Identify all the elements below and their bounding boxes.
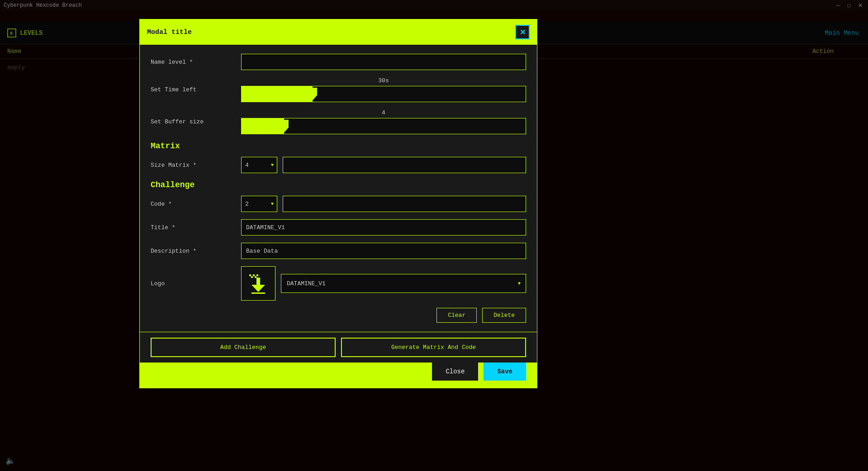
svg-rect-3 [251, 276, 253, 278]
code-select-wrap: 2 3 4 5 [241, 196, 277, 212]
svg-rect-2 [256, 274, 258, 276]
name-level-label: Name level * [151, 59, 241, 66]
size-matrix-label: Size Matrix * [151, 162, 241, 169]
matrix-input[interactable] [283, 157, 526, 173]
delete-button[interactable]: Delete [482, 308, 526, 323]
buffer-slider-wrap [241, 118, 526, 134]
title-input[interactable] [241, 219, 526, 236]
challenge-section: Challenge Code * 2 3 4 5 Title * [151, 180, 526, 323]
buffer-size-row: Set Buffer size 4 [151, 109, 526, 134]
datamine-icon [247, 272, 270, 295]
size-matrix-row: Size Matrix * 4 5 6 7 8 [151, 157, 526, 173]
code-input[interactable] [283, 196, 526, 212]
svg-rect-0 [249, 274, 251, 276]
time-left-row: Set Time left 30s [151, 77, 526, 102]
modal-close-button[interactable]: ✕ [515, 25, 530, 39]
time-left-label: Set Time left [151, 86, 241, 93]
title-row: Title * [151, 219, 526, 236]
modal-footer-buttons: Add Challenge Generate Matrix And Code [140, 332, 537, 363]
add-challenge-button[interactable]: Add Challenge [151, 338, 336, 357]
time-slider-wrap [241, 86, 526, 102]
logo-select-wrap: DATAMINE_V1 DATAMINE_V2 DATAMINE_V3 [281, 274, 526, 293]
logo-preview [241, 266, 275, 301]
logo-label: Logo [151, 280, 241, 287]
code-select[interactable]: 2 3 4 5 [241, 196, 277, 212]
time-slider-container: 30s [241, 77, 526, 102]
logo-row: Logo [151, 266, 526, 301]
svg-rect-5 [256, 278, 260, 285]
code-label: Code * [151, 201, 241, 207]
matrix-size-select-wrap: 4 5 6 7 8 [241, 157, 277, 173]
modal-header: Modal title ✕ [140, 19, 537, 45]
time-value: 30s [241, 77, 526, 84]
buffer-slider-container: 4 [241, 109, 526, 134]
logo-content: DATAMINE_V1 DATAMINE_V2 DATAMINE_V3 [241, 266, 526, 301]
clear-button[interactable]: Clear [436, 308, 477, 323]
generate-matrix-button[interactable]: Generate Matrix And Code [341, 338, 526, 357]
buffer-value: 4 [241, 109, 526, 116]
svg-rect-4 [255, 276, 256, 278]
description-row: Description * [151, 243, 526, 259]
code-row: Code * 2 3 4 5 [151, 196, 526, 212]
challenge-heading: Challenge [151, 180, 526, 189]
matrix-size-select[interactable]: 4 5 6 7 8 [241, 157, 277, 173]
description-input[interactable] [241, 243, 526, 259]
name-level-input[interactable] [241, 54, 526, 70]
logo-select[interactable]: DATAMINE_V1 DATAMINE_V2 DATAMINE_V3 [281, 274, 526, 293]
save-button[interactable]: Save [484, 363, 526, 381]
close-bottom-button[interactable]: Close [432, 363, 478, 381]
modal-title: Modal title [147, 28, 192, 36]
title-label: Title * [151, 224, 241, 231]
matrix-heading: Matrix [151, 141, 526, 151]
modal-body: Name level * Set Time left 30s Set Buffe… [140, 45, 537, 332]
buffer-size-label: Set Buffer size [151, 118, 241, 125]
name-level-row: Name level * [151, 54, 526, 70]
svg-rect-7 [251, 292, 265, 294]
matrix-section: Matrix Size Matrix * 4 5 6 7 8 [151, 141, 526, 173]
description-label: Description * [151, 248, 241, 254]
modal: Modal title ✕ Name level * Set Time left… [139, 19, 537, 388]
modal-bottom-bar: Close Save [140, 363, 537, 388]
svg-rect-1 [253, 274, 255, 276]
svg-marker-6 [251, 285, 265, 292]
action-buttons: Clear Delete [151, 308, 526, 323]
